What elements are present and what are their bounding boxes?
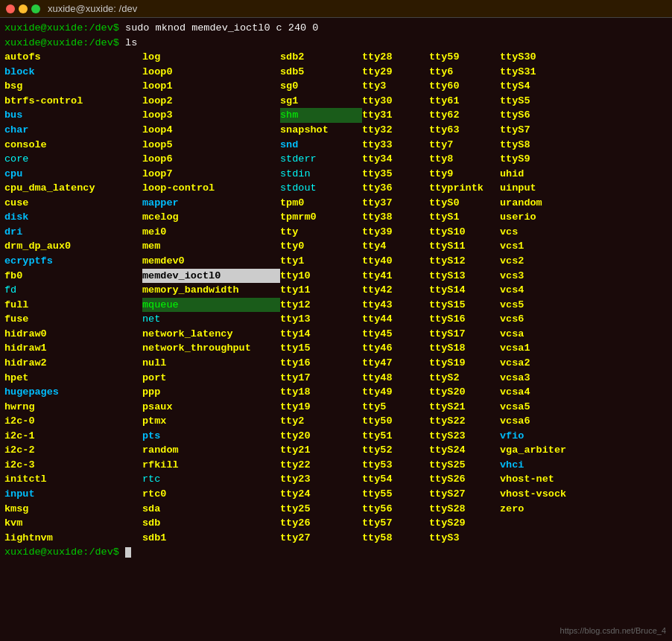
ls-item: tty28 (362, 50, 429, 65)
ls-item: ttyS20 (429, 385, 500, 400)
command-1: sudo mknod memdev_ioctl0 c 240 0 (125, 22, 318, 34)
ls-item: vhci (500, 458, 582, 473)
ls-item: vcsa2 (500, 356, 582, 371)
ls-item: sdb (142, 516, 280, 531)
ls-item: hidraw2 (4, 356, 142, 371)
ls-item: rfkill (142, 458, 280, 473)
close-button[interactable] (6, 4, 15, 13)
ls-item: console (4, 138, 142, 153)
ls-item: stdin (280, 167, 362, 182)
ls-item: ptmx (142, 414, 280, 429)
ls-item: tty0 (280, 239, 362, 254)
ls-item: sda (142, 502, 280, 517)
ls-item: vcs4 (500, 283, 582, 298)
ls-item: tty42 (362, 283, 429, 298)
ls-item: tty63 (429, 123, 500, 138)
ls-item: snapshot (280, 123, 362, 138)
ls-item: bsg (4, 79, 142, 94)
ls-item: ttyprintk (429, 181, 500, 196)
ls-item: tty17 (280, 371, 362, 386)
ls-item: tty54 (362, 472, 429, 487)
ls-item: loop2 (142, 94, 280, 109)
ls-item: tpm0 (280, 196, 362, 211)
ls-item: cpu_dma_latency (4, 181, 142, 196)
ls-item: cuse (4, 196, 142, 211)
ls-item: vcsa3 (500, 371, 582, 386)
ls-item: tty4 (362, 239, 429, 254)
ls-item: autofs (4, 50, 142, 65)
ls-item: rtc0 (142, 487, 280, 502)
terminal: xuxide@xuxide:/dev$ sudo mknod memdev_io… (0, 18, 672, 563)
ls-item: tty62 (429, 108, 500, 123)
ls-item: vcs3 (500, 269, 582, 284)
ls-item: rtc (142, 472, 280, 487)
ls-item: tty31 (362, 108, 429, 123)
ls-item: tty37 (362, 196, 429, 211)
ls-item: i2c-2 (4, 443, 142, 458)
command-line-2: xuxide@xuxide:/dev$ ls (4, 36, 668, 51)
ls-item: ttyS23 (429, 429, 500, 444)
ls-item: hugepages (4, 385, 142, 400)
ls-item: ttyS3 (429, 531, 500, 546)
title-bar: xuxide@xuxide: /dev (0, 0, 672, 18)
ls-item: memory_bandwidth (142, 283, 280, 298)
ls-output: autofslogsdb2tty28tty59ttyS30blockloop0s… (4, 50, 668, 545)
minimize-button[interactable] (19, 4, 28, 13)
ls-item: tty8 (429, 152, 500, 167)
ls-item: tty25 (280, 502, 362, 517)
ls-item: ttyS9 (500, 152, 582, 167)
ls-item: tty1 (280, 254, 362, 269)
ls-item: btrfs-control (4, 94, 142, 109)
ls-item: disk (4, 210, 142, 225)
ls-item: tty44 (362, 312, 429, 327)
ls-item: userio (500, 210, 582, 225)
prompt-line-3: xuxide@xuxide:/dev$ (4, 545, 668, 560)
ls-item: loop-control (142, 181, 280, 196)
ls-item: char (4, 123, 142, 138)
ls-item: tty24 (280, 487, 362, 502)
ls-item: ecryptfs (4, 254, 142, 269)
ls-item: network_throughput (142, 341, 280, 356)
ls-item: tty51 (362, 429, 429, 444)
ls-item: vcs6 (500, 312, 582, 327)
ls-item: tty16 (280, 356, 362, 371)
ls-item: tty22 (280, 458, 362, 473)
ls-item: tty58 (362, 531, 429, 546)
ls-item: ttyS1 (429, 210, 500, 225)
ls-item: tty53 (362, 458, 429, 473)
ls-item: fuse (4, 312, 142, 327)
ls-item: ppp (142, 385, 280, 400)
window-controls[interactable] (6, 4, 40, 13)
ls-item: shm (280, 108, 362, 123)
ls-item: vcs (500, 225, 582, 240)
ls-item: ttyS27 (429, 487, 500, 502)
ls-item: uinput (500, 181, 582, 196)
ls-item: vcsa4 (500, 385, 582, 400)
ls-item: memdev_ioctl0 (142, 269, 280, 284)
ls-item: loop5 (142, 138, 280, 153)
ls-item: block (4, 65, 142, 80)
ls-item: memdev0 (142, 254, 280, 269)
ls-item: tty61 (429, 94, 500, 109)
ls-item: ttyS12 (429, 254, 500, 269)
maximize-button[interactable] (31, 4, 40, 13)
ls-item: snd (280, 138, 362, 153)
ls-item: tty27 (280, 531, 362, 546)
ls-item: loop6 (142, 152, 280, 167)
ls-item: tty3 (362, 79, 429, 94)
ls-item: tty5 (362, 400, 429, 415)
ls-item: tty21 (280, 443, 362, 458)
ls-item: ttyS7 (500, 123, 582, 138)
ls-item: vhost-net (500, 472, 582, 487)
ls-item: cpu (4, 167, 142, 182)
ls-item: tty39 (362, 225, 429, 240)
ls-item: hpet (4, 371, 142, 386)
ls-item: mem (142, 239, 280, 254)
ls-item: tty60 (429, 79, 500, 94)
command-2: ls (125, 37, 137, 48)
ls-item: vcsa6 (500, 414, 582, 429)
ls-item (500, 516, 582, 531)
ls-item: loop0 (142, 65, 280, 80)
ls-item: tty18 (280, 385, 362, 400)
ls-item: hidraw1 (4, 341, 142, 356)
